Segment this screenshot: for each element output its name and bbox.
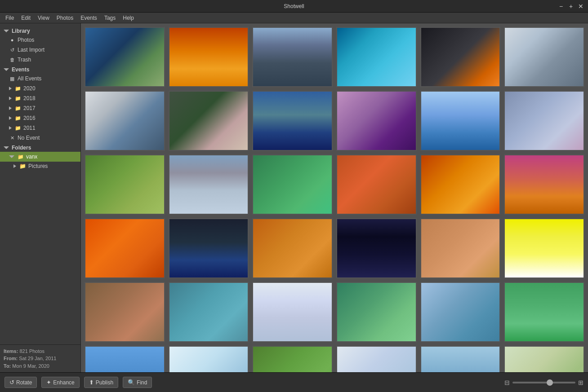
events-section-header[interactable]: Events [0,65,80,74]
photo-thumb[interactable] [420,346,501,372]
photo-thumb[interactable] [252,346,333,372]
menu-item-tags[interactable]: Tags [101,13,119,23]
titlebar: Shotwell − + ✕ [0,0,588,13]
year-2020-arrow-icon [9,87,12,90]
photo-thumb[interactable] [420,27,501,87]
photo-thumb[interactable] [420,91,501,151]
enhance-button[interactable]: ✦ Enhance [41,377,79,388]
publish-button[interactable]: ⬆ Publish [84,377,118,388]
photo-thumb[interactable] [85,282,165,342]
sidebar-item-vanx[interactable]: 📁 vanx [0,152,80,162]
photo-thumb[interactable] [169,154,249,215]
photo-inner [253,283,332,341]
sidebar-item-2011[interactable]: 📁 2011 [0,123,80,133]
photo-thumb[interactable] [169,27,249,87]
year-2016-folder-icon: 📁 [15,115,21,121]
menu-item-view[interactable]: View [34,13,53,23]
photo-thumb[interactable] [504,218,584,278]
photo-thumb[interactable] [252,91,333,151]
pictures-label: Pictures [28,163,48,169]
photo-thumb[interactable] [504,154,584,215]
zoom-slider[interactable] [512,382,575,383]
photo-grid-area[interactable] [81,23,588,372]
photo-thumb[interactable] [85,218,165,278]
photo-thumb[interactable] [252,154,333,215]
sidebar-item-2016[interactable]: 📁 2016 [0,113,80,123]
year-2011-arrow-icon [9,126,12,130]
photo-inner [505,155,584,214]
all-events-icon: ▦ [9,76,15,82]
photo-thumb[interactable] [169,218,249,278]
library-arrow-icon [4,30,9,32]
maximize-button[interactable]: + [567,3,575,10]
sidebar-item-trash[interactable]: 🗑 Trash [0,55,80,65]
status-items-row: Items: 821 Photos [4,348,77,355]
photo-thumb[interactable] [336,282,417,342]
photo-thumb[interactable] [336,218,417,278]
photo-thumb[interactable] [169,91,249,151]
photo-thumb[interactable] [420,154,501,215]
pictures-folder-icon: 📁 [19,163,26,169]
photo-thumb[interactable] [504,91,584,151]
photo-inner [421,219,500,277]
photo-thumb[interactable] [336,346,417,372]
sidebar-item-2017[interactable]: 📁 2017 [0,103,80,113]
photo-thumb[interactable] [169,346,249,372]
publish-icon: ⬆ [89,379,94,386]
minimize-button[interactable]: − [557,3,565,10]
find-button[interactable]: 🔍 Find [123,377,152,388]
photo-thumb[interactable] [85,154,165,215]
photo-thumb[interactable] [85,27,165,87]
sidebar-item-photos[interactable]: ● Photos [0,35,80,45]
photo-inner [169,155,248,214]
photo-thumb[interactable] [504,27,584,87]
menu-item-help[interactable]: Help [119,13,138,23]
photo-inner [85,219,164,277]
photo-thumb[interactable] [420,218,501,278]
last-import-label: Last Import [18,47,45,53]
year-2017-label: 2017 [23,105,36,111]
sidebar-status: Items: 821 Photos From: Sat 29 Jan, 2011… [0,344,80,373]
sidebar-item-2018[interactable]: 📁 2018 [0,93,80,103]
year-2017-arrow-icon [9,106,12,110]
photo-inner [85,92,164,150]
menu-item-photos[interactable]: Photos [53,13,77,23]
trash-icon: 🗑 [9,57,15,62]
sidebar-item-last-import[interactable]: ↺ Last Import [0,45,80,55]
photo-thumb[interactable] [85,91,165,151]
photo-thumb[interactable] [336,27,417,87]
close-button[interactable]: ✕ [577,3,584,10]
photos-label: Photos [18,37,34,43]
library-section-header[interactable]: Library [0,26,80,35]
photo-thumb[interactable] [420,282,501,342]
photo-inner [253,155,332,214]
to-value: Mon 9 Mar, 2020 [12,363,49,369]
all-events-label: All Events [18,75,41,82]
year-2020-label: 2020 [23,85,36,92]
photo-inner [421,155,500,214]
folders-section-header[interactable]: Folders [0,143,80,152]
photo-thumb[interactable] [336,91,417,151]
rotate-button[interactable]: ↺ Rotate [4,377,37,388]
main-content: Library ● Photos ↺ Last Import 🗑 Trash E… [0,23,588,372]
from-label: From: [4,356,18,361]
sidebar-item-no-event[interactable]: ✕ No Event [0,133,80,143]
sidebar-item-2020[interactable]: 📁 2020 [0,84,80,93]
menu-item-events[interactable]: Events [77,13,101,23]
photo-thumb[interactable] [85,346,165,372]
sidebar-item-all-events[interactable]: ▦ All Events [0,74,80,84]
photo-thumb[interactable] [504,282,584,342]
photo-thumb[interactable] [252,27,333,87]
photo-thumb[interactable] [504,346,584,372]
photo-inner [169,347,248,372]
menu-item-file[interactable]: File [2,13,18,23]
photo-thumb[interactable] [252,282,333,342]
photo-thumb[interactable] [169,282,249,342]
rotate-icon: ↺ [9,379,14,386]
photo-thumb[interactable] [252,218,333,278]
sidebar-item-pictures[interactable]: 📁 Pictures [0,162,80,171]
photo-inner [253,28,332,86]
photo-thumb[interactable] [336,154,417,215]
window-controls: − + ✕ [557,3,584,10]
menu-item-edit[interactable]: Edit [18,13,34,23]
